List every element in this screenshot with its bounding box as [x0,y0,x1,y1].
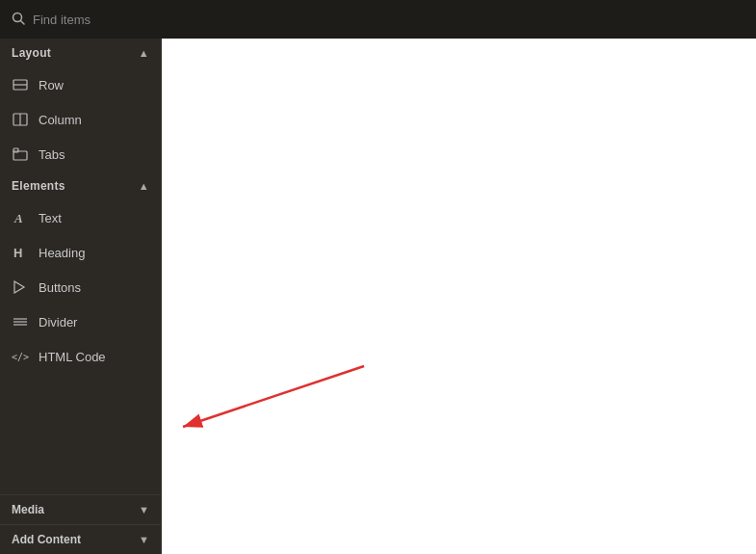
sidebar-item-tabs-label: Tabs [39,147,65,162]
add-content-chevron-down-icon: ▼ [139,534,149,545]
sidebar-item-heading[interactable]: H Heading [0,235,161,270]
layout-chevron-up-icon: ▲ [139,47,149,59]
add-content-section-header[interactable]: Add Content ▼ [0,524,161,554]
layout-section-label: Layout [12,46,51,60]
tabs-icon [12,145,29,163]
search-icon [12,12,25,28]
add-content-section-label: Add Content [12,533,81,546]
html-code-icon: </> [12,348,29,365]
elements-section-label: Elements [12,179,65,193]
canvas-area [162,39,756,554]
sidebar-item-html-code-label: HTML Code [39,350,106,364]
sidebar-bottom: Media ▼ Add Content ▼ [0,494,161,554]
main-layout: Layout ▲ Row Column [0,39,756,554]
sidebar-item-tabs[interactable]: Tabs [0,137,161,171]
svg-text:</>: </> [12,352,29,362]
sidebar-item-column[interactable]: Column [0,102,161,137]
svg-text:H: H [13,246,22,260]
buttons-icon [12,278,29,296]
heading-icon: H [12,244,29,261]
media-section-header[interactable]: Media ▼ [0,494,161,524]
divider-icon [12,313,29,330]
media-chevron-down-icon: ▼ [139,504,149,515]
elements-section-header[interactable]: Elements ▲ [0,171,161,200]
sidebar-item-html-code[interactable]: </> HTML Code [0,339,161,374]
column-icon [12,111,29,128]
sidebar-item-row[interactable]: Row [0,67,161,102]
sidebar-item-divider[interactable]: Divider [0,304,161,339]
svg-marker-10 [14,281,24,293]
row-icon [12,76,29,93]
sidebar-item-divider-label: Divider [39,315,77,330]
search-input[interactable] [33,13,744,27]
sidebar-item-column-label: Column [39,113,82,127]
sidebar-item-buttons-label: Buttons [39,280,81,295]
media-section-label: Media [12,503,44,516]
sidebar-item-buttons[interactable]: Buttons [0,270,161,304]
elements-chevron-up-icon: ▲ [139,180,149,192]
sidebar-item-row-label: Row [39,78,64,92]
sidebar: Layout ▲ Row Column [0,39,162,554]
svg-line-1 [21,20,25,24]
sidebar-item-heading-label: Heading [39,246,85,260]
layout-section-header[interactable]: Layout ▲ [0,39,161,67]
text-icon: A [12,209,29,226]
search-bar [0,0,756,39]
svg-line-16 [183,366,364,427]
svg-text:A: A [13,211,23,225]
sidebar-item-text[interactable]: A Text [0,200,161,235]
arrow-annotation [162,39,756,554]
sidebar-item-text-label: Text [39,211,62,225]
